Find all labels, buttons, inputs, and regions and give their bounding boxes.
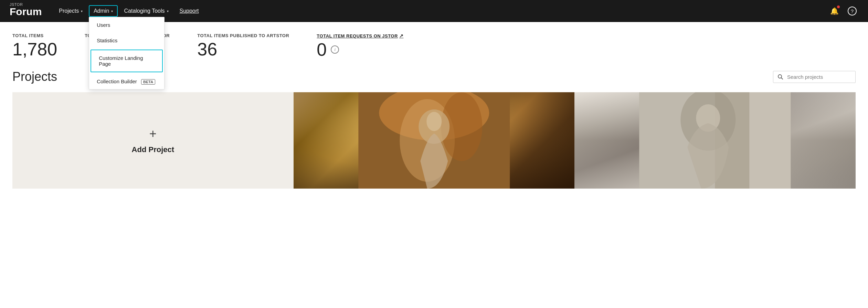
- project-card-2[interactable]: [574, 92, 856, 189]
- app-logo[interactable]: JSTOR Forum: [10, 6, 42, 17]
- published-artstor-value: 36: [197, 40, 289, 58]
- add-project-card[interactable]: + Add Project: [12, 92, 294, 189]
- nav-cataloging-label: Cataloging Tools: [124, 8, 165, 14]
- dropdown-item-users[interactable]: Users: [89, 17, 164, 33]
- logo-name: Forum: [10, 7, 42, 17]
- search-input[interactable]: [787, 71, 855, 83]
- bell-icon: 🔔: [830, 7, 839, 15]
- navbar: JSTOR Forum Projects ▾ Admin ▾ Users Sta…: [0, 0, 868, 22]
- help-button[interactable]: ?: [846, 5, 858, 17]
- dropdown-item-statistics[interactable]: Statistics: [89, 33, 164, 48]
- published-artstor-label: TOTAL ITEMS PUBLISHED TO ARTSTOR: [197, 33, 289, 38]
- notification-dot: [837, 6, 840, 8]
- question-mark-icon: ?: [848, 7, 857, 15]
- beta-badge: BETA: [141, 79, 155, 85]
- requests-jstor-value: 0: [317, 41, 327, 59]
- search-container: [773, 71, 856, 83]
- projects-grid: + Add Project: [12, 92, 856, 189]
- total-items-label: TOTAL ITEMS: [12, 33, 57, 38]
- painting-svg: [294, 92, 575, 189]
- nav-admin-button[interactable]: Admin ▾: [89, 5, 118, 17]
- nav-support-label: Support: [180, 8, 199, 14]
- nav-cataloging-tools-button[interactable]: Cataloging Tools ▾: [119, 5, 173, 17]
- notifications-button[interactable]: 🔔: [828, 5, 840, 17]
- chevron-down-icon: ▾: [167, 9, 169, 13]
- search-icon: [777, 74, 783, 79]
- dropdown-item-customize-landing-page[interactable]: Customize Landing Page: [91, 50, 163, 72]
- add-project-label: Add Project: [132, 145, 174, 154]
- total-items-value: 1,780: [12, 40, 57, 58]
- stat-requests-jstor: TOTAL ITEM REQUESTS ON JSTOR ↗ 0 i: [317, 33, 403, 59]
- svg-line-1: [781, 78, 783, 79]
- admin-dropdown-wrapper: Admin ▾ Users Statistics Customize Landi…: [89, 5, 118, 17]
- info-icon[interactable]: i: [331, 45, 339, 54]
- svg-rect-12: [750, 92, 791, 189]
- external-link-icon: ↗: [399, 33, 404, 39]
- projects-title: Projects: [12, 70, 57, 84]
- requests-jstor-value-row: 0 i: [317, 41, 403, 59]
- project-image-1: [294, 92, 575, 189]
- project-image-2: [574, 92, 856, 189]
- nav-projects-label: Projects: [59, 8, 79, 14]
- requests-jstor-link[interactable]: TOTAL ITEM REQUESTS ON JSTOR ↗: [317, 33, 403, 39]
- nav-support-button[interactable]: Support: [175, 5, 204, 17]
- chevron-down-icon: ▾: [111, 9, 113, 13]
- search-button[interactable]: [773, 71, 787, 82]
- chevron-down-icon: ▾: [81, 9, 83, 13]
- project-card-1[interactable]: [294, 92, 575, 189]
- nav-projects-button[interactable]: Projects ▾: [54, 5, 87, 17]
- dropdown-item-collection-builder[interactable]: Collection Builder BETA: [89, 74, 164, 89]
- plus-icon: +: [149, 127, 157, 141]
- stone-svg: [574, 92, 856, 189]
- admin-dropdown-menu: Users Statistics Customize Landing Page …: [89, 17, 165, 89]
- nav-items: Projects ▾ Admin ▾ Users Statistics Cust…: [54, 5, 828, 17]
- svg-point-7: [426, 112, 442, 131]
- nav-right: 🔔 ?: [828, 5, 858, 17]
- stat-total-items: TOTAL ITEMS 1,780: [12, 33, 57, 59]
- nav-admin-label: Admin: [94, 8, 109, 14]
- stat-published-artstor: TOTAL ITEMS PUBLISHED TO ARTSTOR 36: [197, 33, 289, 59]
